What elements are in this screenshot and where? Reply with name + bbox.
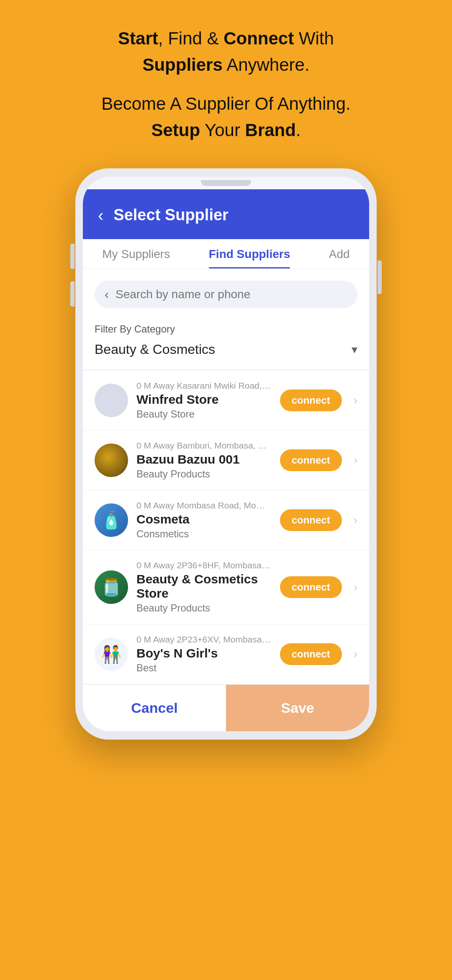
supplier-location: 0 M Away Kasarani Mwiki Road, Nairobi, K… [136, 381, 272, 391]
dropdown-arrow-icon: ▾ [352, 343, 357, 356]
supplier-item[interactable]: 0 M Away Bamburi, Mombasa, Kenya Bazuu B… [83, 431, 369, 490]
tab-bar: My Suppliers Find Suppliers Add [83, 239, 369, 269]
connect-button[interactable]: connect [280, 449, 342, 471]
supplier-location: 0 M Away 2P23+6XV, Mombasa, Kenya, 2P23+… [136, 634, 272, 645]
category-value: Beauty & Cosmetics [95, 342, 215, 357]
connect-button[interactable]: connect [280, 576, 342, 598]
hero-line1: Start, Find & Connect With [101, 25, 350, 52]
supplier-info: 0 M Away Bamburi, Mombasa, Kenya Bazuu B… [136, 441, 272, 480]
supplier-name: Winfred Store [136, 392, 272, 407]
avatar [95, 384, 128, 417]
supplier-type: Beauty Products [136, 468, 272, 480]
hero-section: Start, Find & Connect With Suppliers Any… [68, 25, 384, 143]
cancel-button[interactable]: Cancel [83, 685, 226, 731]
search-section: ‹ [83, 269, 369, 317]
tab-find-suppliers[interactable]: Find Suppliers [209, 248, 290, 268]
avatar [95, 637, 128, 671]
chevron-right-icon: › [354, 394, 357, 407]
supplier-name: Boy's N Girl's [136, 646, 272, 660]
supplier-item[interactable]: 0 M Away 2P36+8HF, Mombasa, Kenya Beauty… [83, 550, 369, 624]
app-bar-title: Select Supplier [113, 206, 229, 224]
hero-line2: Suppliers Anywhere. [101, 52, 350, 78]
hero-line4: Setup Your Brand. [101, 117, 350, 143]
avatar [95, 444, 128, 477]
bottom-actions: Cancel Save [83, 684, 369, 731]
hero-line3: Become A Supplier Of Anything. [101, 90, 350, 117]
category-dropdown[interactable]: Beauty & Cosmetics ▾ [95, 340, 357, 359]
filter-section: Filter By Category Beauty & Cosmetics ▾ [83, 317, 369, 369]
supplier-item[interactable]: 0 M Away 2P23+6XV, Mombasa, Kenya, 2P23+… [83, 624, 369, 684]
supplier-type: Beauty Products [136, 602, 272, 614]
supplier-info: 0 M Away 2P23+6XV, Mombasa, Kenya, 2P23+… [136, 634, 272, 674]
supplier-item[interactable]: 0 M Away Kasarani Mwiki Road, Nairobi, K… [83, 371, 369, 431]
chevron-right-icon: › [354, 513, 357, 527]
supplier-info: 0 M Away 2P36+8HF, Mombasa, Kenya Beauty… [136, 560, 272, 614]
supplier-type: Consmetics [136, 528, 272, 540]
hero-setup: Setup [151, 120, 200, 140]
phone-screen: ‹ Select Supplier My Suppliers Find Supp… [83, 177, 369, 731]
connect-button[interactable]: connect [280, 643, 342, 665]
supplier-type: Beauty Store [136, 408, 272, 420]
connect-button[interactable]: connect [280, 389, 342, 411]
supplier-location: 0 M Away Bamburi, Mombasa, Kenya [136, 441, 272, 451]
supplier-type: Best [136, 662, 272, 674]
chevron-right-icon: › [354, 454, 357, 467]
chevron-right-icon: › [354, 580, 357, 594]
supplier-location: 0 M Away 2P36+8HF, Mombasa, Kenya [136, 560, 272, 570]
supplier-list: 0 M Away Kasarani Mwiki Road, Nairobi, K… [83, 371, 369, 684]
hero-brand: Brand [245, 120, 296, 140]
supplier-location: 0 M Away Mombasa Road, Mombasa Rd, Nairo… [136, 500, 272, 511]
search-box: ‹ [95, 281, 357, 308]
phone-device: ‹ Select Supplier My Suppliers Find Supp… [75, 168, 377, 740]
hero-start: Start [118, 28, 158, 48]
hero-suppliers: Suppliers [142, 55, 222, 75]
filter-label: Filter By Category [95, 323, 357, 335]
search-back-icon[interactable]: ‹ [105, 287, 109, 302]
notch [201, 180, 251, 186]
supplier-name: Beauty & Cosmetics Store [136, 572, 272, 601]
supplier-info: 0 M Away Mombasa Road, Mombasa Rd, Nairo… [136, 500, 272, 540]
back-button[interactable]: ‹ [98, 207, 103, 224]
app-bar: ‹ Select Supplier [83, 189, 369, 239]
chevron-right-icon: › [354, 647, 357, 661]
supplier-name: Cosmeta [136, 512, 272, 526]
supplier-info: 0 M Away Kasarani Mwiki Road, Nairobi, K… [136, 381, 272, 420]
avatar [95, 503, 128, 537]
notch-area [83, 177, 369, 189]
supplier-name: Bazuu Bazuu 001 [136, 452, 272, 467]
connect-button[interactable]: connect [280, 509, 342, 531]
tab-my-suppliers[interactable]: My Suppliers [102, 248, 170, 268]
search-input[interactable] [116, 288, 347, 301]
hero-connect: Connect [223, 28, 294, 48]
supplier-item[interactable]: 0 M Away Mombasa Road, Mombasa Rd, Nairo… [83, 490, 369, 550]
tab-add[interactable]: Add [329, 248, 350, 268]
save-button[interactable]: Save [226, 685, 369, 731]
avatar [95, 570, 128, 604]
